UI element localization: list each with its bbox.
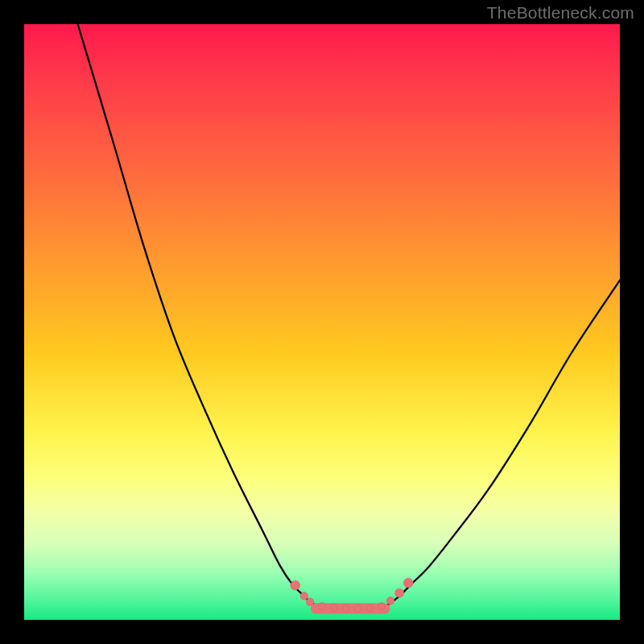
valley-marker — [342, 605, 349, 613]
valley-marker — [395, 588, 404, 597]
gradient-plot-area — [24, 24, 620, 620]
valley-marker — [378, 603, 386, 610]
valley-marker — [330, 605, 337, 612]
valley-marker — [319, 603, 326, 610]
valley-marker — [386, 597, 394, 605]
valley-marker — [366, 605, 374, 612]
curve-layer — [24, 24, 620, 620]
valley-marker — [291, 580, 300, 590]
valley-marker — [300, 592, 308, 601]
valley-marker — [354, 605, 361, 613]
valley-marker — [306, 598, 314, 606]
valley-marker — [403, 578, 413, 588]
bottleneck-curve — [78, 24, 620, 609]
v-curve-path — [78, 24, 620, 609]
outer-frame: TheBottleneck.com — [0, 0, 644, 644]
attribution-text: TheBottleneck.com — [487, 3, 634, 23]
